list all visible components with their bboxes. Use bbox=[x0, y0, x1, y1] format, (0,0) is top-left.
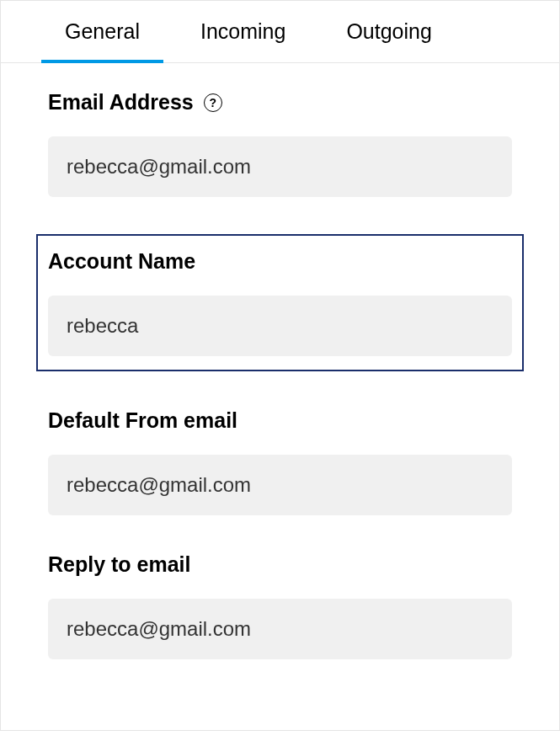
account-name-group: Account Name bbox=[36, 234, 524, 371]
help-icon[interactable]: ? bbox=[204, 93, 222, 112]
tab-bar: General Incoming Outgoing bbox=[1, 1, 559, 63]
tab-incoming[interactable]: Incoming bbox=[170, 1, 316, 62]
default-from-label-text: Default From email bbox=[48, 408, 237, 433]
account-name-label-text: Account Name bbox=[48, 249, 195, 274]
account-name-input[interactable] bbox=[48, 296, 512, 356]
reply-to-input[interactable] bbox=[48, 599, 512, 659]
email-address-input[interactable] bbox=[48, 136, 512, 197]
default-from-label: Default From email bbox=[48, 408, 512, 433]
email-address-label-text: Email Address bbox=[48, 90, 194, 115]
reply-to-label: Reply to email bbox=[48, 552, 512, 577]
tab-general-label: General bbox=[65, 19, 140, 43]
reply-to-label-text: Reply to email bbox=[48, 552, 191, 577]
email-address-group: Email Address ? bbox=[48, 90, 512, 197]
default-from-group: Default From email bbox=[48, 408, 512, 515]
account-name-label: Account Name bbox=[48, 249, 512, 274]
default-from-input[interactable] bbox=[48, 455, 512, 515]
tab-incoming-label: Incoming bbox=[200, 19, 285, 43]
reply-to-group: Reply to email bbox=[48, 552, 512, 659]
tab-outgoing-label: Outgoing bbox=[346, 19, 431, 43]
tab-outgoing[interactable]: Outgoing bbox=[316, 1, 461, 62]
settings-panel: General Incoming Outgoing Email Address … bbox=[0, 0, 560, 731]
email-address-label: Email Address ? bbox=[48, 90, 512, 115]
general-form: Email Address ? Account Name Default Fro… bbox=[1, 63, 559, 730]
tab-general[interactable]: General bbox=[35, 1, 170, 62]
